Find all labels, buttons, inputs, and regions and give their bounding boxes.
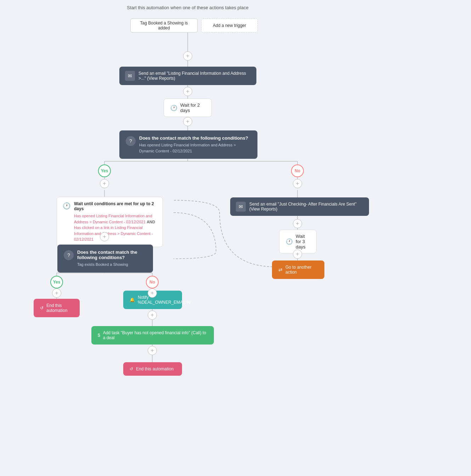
end-automation-1-node[interactable]: ↺ End this automation	[34, 299, 80, 317]
question-icon-2: ?	[64, 250, 74, 260]
add-btn-1[interactable]: +	[183, 51, 192, 61]
add-btn-no-2[interactable]: +	[293, 219, 302, 228]
goto-node[interactable]: ⇄ Go to another action	[272, 261, 324, 279]
condition-2-node[interactable]: ? Does the contact match the following c…	[57, 245, 153, 273]
dollar-icon: $	[98, 333, 100, 338]
yes-badge-2: Yes	[50, 276, 63, 289]
add-btn-2[interactable]: +	[183, 87, 192, 96]
task-node[interactable]: $ Add task "Buyer has not opened financi…	[91, 326, 214, 345]
recycle-icon: ↺	[40, 306, 44, 310]
clock-icon-3: 🕐	[286, 238, 293, 245]
add-btn-yes-1[interactable]: +	[100, 179, 109, 188]
add-btn-after-notify[interactable]: +	[148, 310, 157, 320]
goto-icon: ⇄	[278, 267, 283, 273]
add-btn-no-3[interactable]: +	[293, 250, 302, 259]
clock-icon-2: 🕐	[63, 202, 70, 210]
add-btn-yes-2[interactable]: +	[52, 289, 61, 298]
no-badge-2: No	[146, 276, 159, 289]
add-btn-3[interactable]: +	[183, 117, 192, 126]
no-badge-1: No	[291, 164, 304, 177]
end-automation-2-node[interactable]: ↺ End this automation	[123, 362, 182, 376]
send-email-2-node[interactable]: ✉ Send an email "Just Checking- After Fi…	[230, 197, 369, 216]
send-email-1-node[interactable]: ✉ Send an email "Listing Financial Infor…	[119, 67, 256, 85]
automation-start-label: Start this automation when one of these …	[96, 5, 280, 10]
clock-icon: 🕐	[170, 105, 177, 111]
add-btn-no-2b[interactable]: +	[148, 289, 157, 298]
add-trigger-button[interactable]: Add a new trigger	[201, 18, 258, 33]
condition-1-node[interactable]: ? Does the contact match the following c…	[119, 130, 257, 159]
email-icon: ✉	[125, 71, 135, 81]
add-btn-wait-until[interactable]: +	[100, 232, 109, 241]
add-btn-no-1[interactable]: +	[293, 179, 302, 188]
bell-icon: 🔔	[130, 297, 135, 302]
add-btn-after-task[interactable]: +	[148, 346, 157, 355]
email-icon-2: ✉	[236, 202, 246, 212]
wait-2-days-node[interactable]: 🕐 Wait for 2 days	[164, 99, 212, 117]
recycle-icon-2: ↺	[130, 366, 133, 371]
yes-badge-1: Yes	[98, 164, 111, 177]
question-icon: ?	[126, 136, 136, 146]
wait-until-node[interactable]: 🕐 Wait until conditions are met for up t…	[57, 197, 163, 247]
tag-trigger-button[interactable]: Tag Booked a Showing is added	[130, 18, 198, 33]
